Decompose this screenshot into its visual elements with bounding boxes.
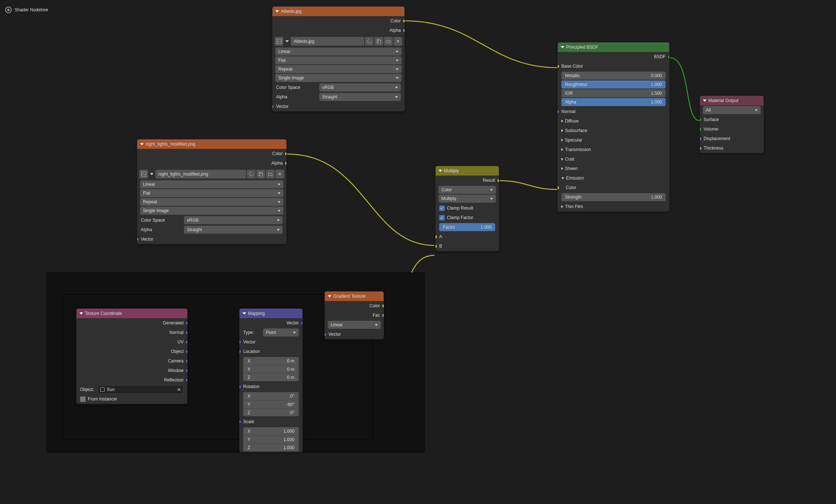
node-multiply[interactable]: Multiply Result Color Multiply Clamp Res… xyxy=(435,166,499,251)
output-window[interactable]: Window xyxy=(76,366,187,375)
socket-dot[interactable] xyxy=(185,369,188,373)
socket-dot[interactable] xyxy=(301,321,303,325)
socket-dot[interactable] xyxy=(239,385,241,389)
vector-component[interactable]: Y1.000 xyxy=(243,435,299,443)
output-reflection[interactable]: Reflection xyxy=(76,375,187,385)
socket-dot[interactable] xyxy=(557,186,560,190)
socket-dot[interactable] xyxy=(700,146,702,150)
socket-dot[interactable] xyxy=(185,340,188,344)
output-result[interactable]: Result xyxy=(436,176,499,185)
new-image-icon[interactable] xyxy=(256,170,265,178)
input-base-color[interactable]: Base Color xyxy=(558,61,669,71)
output-fac[interactable]: Fac xyxy=(325,311,384,320)
output-generated[interactable]: Generated xyxy=(76,318,187,328)
extension-dropdown[interactable]: Repeat xyxy=(275,65,402,73)
node-header[interactable]: night_lights_modified.png xyxy=(137,139,286,149)
socket-dot[interactable] xyxy=(185,378,188,382)
socket-dot[interactable] xyxy=(497,178,499,183)
group-emission[interactable]: Emission xyxy=(558,173,669,183)
socket-dot[interactable] xyxy=(239,340,241,344)
input-volume[interactable]: Volume xyxy=(700,124,764,134)
projection-dropdown[interactable]: Flat xyxy=(140,189,283,197)
image-selector[interactable]: night_lights_modified.png ✕ xyxy=(139,169,284,179)
socket-dot[interactable] xyxy=(403,19,405,23)
clamp-result-checkbox[interactable]: Clamp Result xyxy=(436,203,499,213)
group-thin-film[interactable]: Thin Film xyxy=(558,202,669,211)
interpolation-dropdown[interactable]: Linear xyxy=(140,180,283,188)
node-gradient-texture[interactable]: Gradient Texture Color Fac Linear Vector xyxy=(324,291,384,339)
source-dropdown[interactable]: Single Image xyxy=(140,207,283,215)
output-vector[interactable]: Vector xyxy=(240,318,302,328)
input-a[interactable]: A xyxy=(436,232,499,241)
projection-dropdown[interactable]: Flat xyxy=(275,56,402,64)
fake-user-icon[interactable] xyxy=(365,37,374,46)
socket-dot[interactable] xyxy=(185,350,188,354)
vector-component[interactable]: Y0 m xyxy=(243,365,299,373)
image-browse-icon[interactable] xyxy=(275,37,283,46)
socket-dot[interactable] xyxy=(557,110,560,114)
socket-dot[interactable] xyxy=(435,235,437,239)
input-vector[interactable]: Vector xyxy=(137,234,286,244)
input-vector[interactable]: Vector xyxy=(325,330,384,339)
source-dropdown[interactable]: Single Image xyxy=(275,74,402,82)
unlink-image-icon[interactable]: ✕ xyxy=(275,170,284,178)
ior-slider[interactable]: IOR1.500 xyxy=(561,89,666,97)
vector-component[interactable]: Z0 m xyxy=(243,373,299,381)
output-object[interactable]: Object xyxy=(76,347,187,356)
socket-dot[interactable] xyxy=(185,321,188,325)
socket-dot[interactable] xyxy=(700,127,702,131)
socket-dot[interactable] xyxy=(435,244,437,248)
node-albedo-image[interactable]: Albedo.jpg Color Alpha Albedo.jpg ✕ Line… xyxy=(272,6,405,112)
output-camera[interactable]: Camera xyxy=(76,356,187,366)
output-color[interactable]: Color xyxy=(325,301,384,311)
output-alpha[interactable]: Alpha xyxy=(272,26,404,35)
target-dropdown[interactable]: All xyxy=(703,106,761,114)
roughness-slider[interactable]: Roughness1.000 xyxy=(561,80,666,89)
input-normal[interactable]: Normal xyxy=(558,107,669,116)
emission-strength-slider[interactable]: Strength1.000 xyxy=(561,193,666,201)
group-diffuse[interactable]: Diffuse xyxy=(558,116,669,126)
socket-dot[interactable] xyxy=(272,105,274,109)
input-vector[interactable]: Vector xyxy=(272,102,404,111)
clear-icon[interactable]: ✕ xyxy=(177,387,181,392)
color-space-dropdown[interactable]: sRGB xyxy=(184,216,283,224)
group-specular[interactable]: Specular xyxy=(558,135,669,145)
vector-component[interactable]: X1.000 xyxy=(243,427,299,435)
metallic-slider[interactable]: Metallic0.000 xyxy=(561,72,666,80)
extension-dropdown[interactable]: Repeat xyxy=(140,198,283,206)
socket-dot[interactable] xyxy=(557,64,560,68)
socket-dot[interactable] xyxy=(382,313,384,317)
input-location[interactable]: Location xyxy=(240,347,302,356)
vector-component[interactable]: Z1.000 xyxy=(243,443,299,451)
node-material-output[interactable]: Material Output All SurfaceVolumeDisplac… xyxy=(700,95,764,153)
output-alpha[interactable]: Alpha xyxy=(137,158,286,168)
input-vector[interactable]: Vector xyxy=(240,337,302,347)
input-b[interactable]: B xyxy=(436,241,499,251)
vector-component[interactable]: Z0° xyxy=(243,408,299,416)
vector-component[interactable]: X0 m xyxy=(243,357,299,365)
input-emission-color[interactable]: Color xyxy=(558,183,669,192)
data-type-dropdown[interactable]: Color xyxy=(438,186,496,194)
socket-dot[interactable] xyxy=(137,237,139,241)
node-header[interactable]: Mapping xyxy=(240,309,302,318)
alpha-slider[interactable]: Alpha1.000 xyxy=(561,98,666,106)
group-sheen[interactable]: Sheen xyxy=(558,164,669,173)
blend-mode-dropdown[interactable]: Multiply xyxy=(438,195,496,203)
output-bsdf[interactable]: BSDF xyxy=(558,52,669,61)
input-rotation[interactable]: Rotation xyxy=(240,382,302,391)
node-principled-bsdf[interactable]: Principled BSDF BSDF Base Color Metallic… xyxy=(557,42,670,212)
fake-user-icon[interactable] xyxy=(247,170,256,178)
new-image-icon[interactable] xyxy=(374,37,383,46)
object-field[interactable]: Sun✕ xyxy=(98,385,184,394)
node-night-image[interactable]: night_lights_modified.png Color Alpha ni… xyxy=(137,139,287,244)
open-image-icon[interactable] xyxy=(384,37,393,46)
socket-dot[interactable] xyxy=(185,331,188,335)
socket-dot[interactable] xyxy=(239,420,241,424)
node-header[interactable]: Material Output xyxy=(700,96,764,105)
socket-dot[interactable] xyxy=(185,359,188,363)
input-thickness[interactable]: Thickness xyxy=(700,143,764,153)
socket-dot[interactable] xyxy=(382,304,384,308)
group-subsurface[interactable]: Subsurface xyxy=(558,126,669,135)
node-header[interactable]: Texture Coordinate xyxy=(76,309,187,318)
node-header[interactable]: Principled BSDF xyxy=(558,42,669,52)
